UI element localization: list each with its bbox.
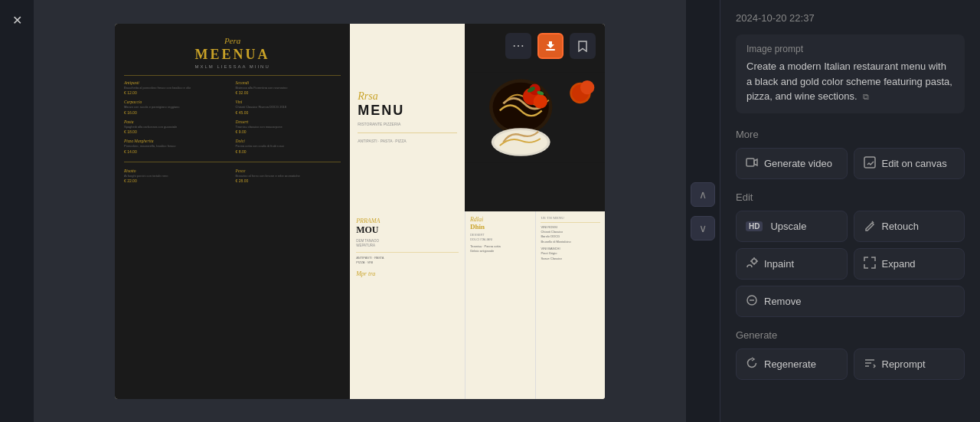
menu-left-page: Pera MEENUA MXLM LIESSAA MIINU Antipasti… — [115, 24, 350, 399]
svg-point-4 — [534, 94, 547, 108]
close-button[interactable]: ✕ — [6, 9, 28, 31]
bookmark-icon — [577, 40, 588, 52]
svg-point-9 — [494, 129, 547, 153]
menu-item: Dolci Panna cotta con coulis di frutti r… — [236, 139, 341, 154]
generated-image: Pera MEENUA MXLM LIESSAA MIINU Antipasti… — [115, 24, 605, 399]
retouch-icon — [864, 219, 876, 234]
menu-item: Secondi Bistecca alla Fiorentina con ros… — [236, 80, 341, 96]
menu-items: Antipasti Bruschetta al pomodoro fresco … — [124, 80, 341, 159]
menu-card-2: UE TH MENU VINI ROSSIChianti ClassicoBar… — [535, 211, 605, 399]
image-area: Pera MEENUA MXLM LIESSAA MIINU Antipasti… — [34, 0, 686, 422]
menu-item: Antipasti Bruschetta al pomodoro fresco … — [124, 80, 230, 96]
navigation-arrows: ∧ ∨ — [686, 0, 720, 422]
regenerate-icon — [746, 357, 758, 371]
prev-button[interactable]: ∧ — [691, 182, 715, 207]
menu-card-1: Rdlai Dhin DESSERTDOLCI ITALIANI Tiramis… — [465, 211, 534, 399]
prompt-text: Create a modern Italian restaurant menu … — [746, 59, 954, 104]
copy-prompt-icon[interactable]: ⧉ — [863, 90, 869, 103]
menu-right-bottom: PRRAMA MOU DEM TANAOOWEPATURA ANTIPASTI … — [350, 211, 605, 399]
menu-bottom-items: Risotto Ai funghi porcini con tartufo ne… — [124, 168, 341, 188]
menu-bottom-section2: Rdlai Dhin DESSERTDOLCI ITALIANI Tiramis… — [465, 211, 605, 399]
remove-button[interactable]: Remove — [736, 286, 965, 317]
prompt-box: Image prompt Create a modern Italian res… — [736, 34, 965, 113]
hd-badge: HD — [746, 221, 763, 231]
menu-item: Dessert Tiramisu classico con mascarpone… — [236, 119, 341, 135]
menu-col-left: Antipasti Bruschetta al pomodoro fresco … — [124, 80, 230, 159]
generate-section-label: Generate — [736, 329, 965, 341]
expand-button[interactable]: Expand — [854, 248, 965, 280]
right-panel: 2024-10-20 22:37 Image prompt Create a m… — [720, 0, 980, 422]
menu-item: Carpaccio Manzo con rucola e parmigiano … — [124, 100, 230, 115]
reprompt-button[interactable]: Reprompt — [854, 348, 965, 380]
expand-icon — [864, 257, 876, 271]
remove-icon — [746, 294, 758, 309]
inpaint-button[interactable]: Inpaint — [736, 248, 848, 280]
menu-item: Pesce Branzino al forno con limone e erb… — [236, 168, 341, 184]
more-section-label: More — [736, 129, 965, 140]
menu-item: Vini Chianti Classico Riserva DOCG 2018 … — [236, 100, 341, 115]
menu-col-right: Secondi Bistecca alla Fiorentina con ros… — [236, 80, 341, 159]
menu-item: Risotto Ai funghi porcini con tartufo ne… — [124, 168, 230, 184]
image-container: Pera MEENUA MXLM LIESSAA MIINU Antipasti… — [115, 24, 605, 399]
menu-title-main: MEENUA — [124, 47, 341, 63]
svg-rect-14 — [746, 159, 754, 166]
svg-point-12 — [580, 80, 594, 93]
timestamp: 2024-10-20 22:37 — [736, 12, 965, 24]
canvas-icon — [864, 156, 876, 171]
menu-right-title: Rrsa MENU RISTORANTE PIZZERIA ANTIPASTI … — [350, 24, 465, 211]
bookmark-button[interactable] — [570, 33, 596, 59]
svg-rect-13 — [546, 49, 555, 51]
more-buttons: Generate video Edit on canvas — [736, 148, 965, 179]
regenerate-button[interactable]: Regenerate — [736, 348, 848, 380]
video-icon — [746, 156, 758, 171]
prompt-label: Image prompt — [746, 44, 954, 54]
inpaint-icon — [746, 257, 758, 271]
reprompt-icon — [864, 357, 876, 371]
upscale-button[interactable]: HD Upscale — [736, 211, 848, 242]
close-area: ✕ — [0, 0, 34, 422]
menu-col-b1: Risotto Ai funghi porcini con tartufo ne… — [124, 168, 230, 188]
edit-on-canvas-button[interactable]: Edit on canvas — [854, 148, 965, 179]
image-controls: ⋯ — [505, 33, 596, 59]
edit-section-label: Edit — [736, 191, 965, 203]
menu-col-b2: Pesce Branzino al forno con limone e erb… — [236, 168, 341, 188]
generate-video-button[interactable]: Generate video — [736, 148, 848, 179]
svg-point-16 — [752, 259, 756, 263]
menu-divider — [124, 75, 341, 76]
menu-title-sub: MXLM LIESSAA MIINU — [124, 64, 341, 69]
download-button[interactable] — [537, 33, 564, 59]
menu-bottom-section1: PRRAMA MOU DEM TANAOOWEPATURA ANTIPASTI … — [350, 211, 465, 399]
menu-right-page: Rrsa MENU RISTORANTE PIZZERIA ANTIPASTI … — [350, 24, 605, 399]
menu-divider-2 — [124, 162, 341, 162]
menu-item: Pasta Spaghetti alla carbonara con guanc… — [124, 119, 230, 135]
menu-item: Pizza Margherita Pomodoro, mozzarella, b… — [124, 139, 230, 154]
download-icon — [544, 40, 557, 52]
retouch-button[interactable]: Retouch — [854, 211, 965, 242]
next-button[interactable]: ∨ — [691, 216, 715, 240]
more-options-button[interactable]: ⋯ — [505, 33, 531, 59]
generate-buttons: Regenerate Reprompt — [736, 348, 965, 380]
edit-buttons: HD Upscale Retouch Inpaint — [736, 211, 965, 317]
menu-title-italic: Pera — [124, 36, 341, 45]
